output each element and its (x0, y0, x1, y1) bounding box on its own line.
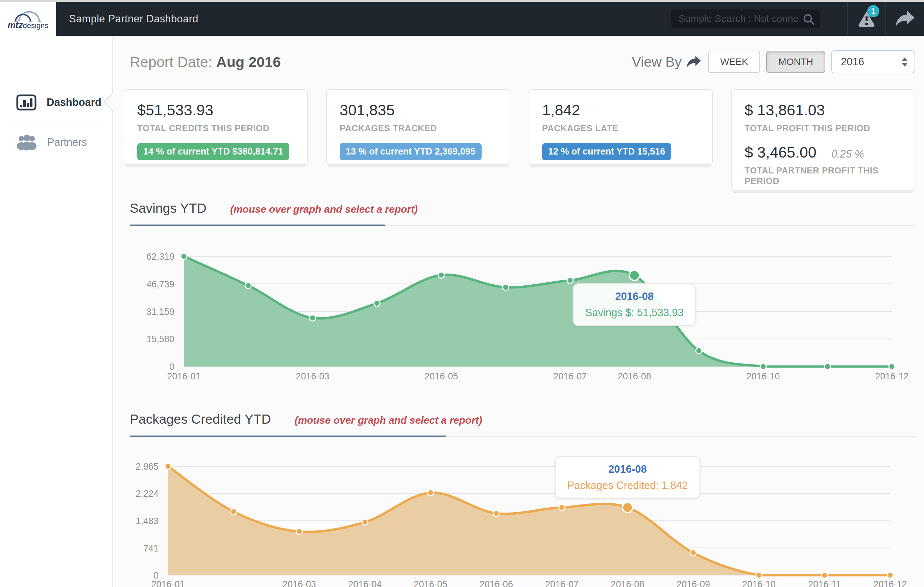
card-label: PACKAGES TRACKED (340, 123, 497, 134)
sidebar-item-partners[interactable]: Partners (0, 122, 112, 162)
view-by-label: View By (632, 54, 702, 70)
alert-count-badge: 1 (867, 5, 879, 17)
section-underline (130, 436, 917, 437)
tooltip-date: 2016-08 (585, 291, 684, 303)
card-value: $51,533.93 (137, 101, 294, 119)
select-caret-icon (902, 58, 908, 67)
sidebar-item-dashboard[interactable]: Dashboard (0, 83, 112, 122)
svg-text:2016-06: 2016-06 (480, 579, 513, 587)
share-button[interactable] (886, 2, 924, 36)
card-packages-tracked: 301,835 PACKAGES TRACKED 13 % of current… (326, 89, 510, 165)
card-value: 1,842 (542, 101, 699, 119)
svg-text:2016-08: 2016-08 (611, 579, 644, 587)
svg-text:15,580: 15,580 (146, 334, 174, 344)
section-title: Savings YTD (130, 201, 206, 216)
section-note: (mouse over graph and select a report) (295, 415, 482, 426)
tooltip-value: Packages Credited: 1,842 (568, 480, 688, 492)
section-note: (mouse over graph and select a report) (230, 203, 418, 215)
sidebar-item-label: Partners (47, 136, 87, 149)
card-total-profit: $ 13,861.03 TOTAL PROFIT THIS PERIOD $ 3… (731, 89, 915, 191)
profit-label: TOTAL PROFIT THIS PERIOD (744, 123, 902, 134)
savings-ytd-section: Savings YTD (mouse over graph and select… (124, 201, 915, 385)
svg-text:2016-12: 2016-12 (873, 579, 907, 587)
card-total-credits: $51,533.93 TOTAL CREDITS THIS PERIOD 14 … (124, 89, 308, 165)
ytd-badge: 14 % of current YTD $380,814.71 (137, 143, 289, 160)
sidebar-item-label: Dashboard (47, 96, 101, 109)
svg-text:2016-01: 2016-01 (151, 579, 185, 587)
tooltip-value: Savings $: 51,533.93 (585, 307, 684, 319)
svg-text:2016-05: 2016-05 (414, 579, 447, 587)
partner-profit-percent: 0.25 % (832, 148, 864, 160)
card-value: 301,835 (340, 101, 497, 119)
partner-profit-label: TOTAL PARTNER PROFIT THIS PERIOD (744, 165, 902, 186)
tooltip-date: 2016-08 (568, 463, 688, 475)
ytd-badge: 12 % of current YTD 15,516 (542, 143, 671, 160)
profit-value: $ 13,861.03 (744, 101, 902, 119)
svg-text:2016-11: 2016-11 (808, 579, 841, 587)
svg-text:2,965: 2,965 (135, 461, 158, 472)
svg-text:2016-08: 2016-08 (618, 371, 651, 381)
svg-text:2016-09: 2016-09 (676, 579, 710, 587)
stat-cards-row: $51,533.93 TOTAL CREDITS THIS PERIOD 14 … (124, 89, 915, 191)
search-input[interactable] (671, 10, 820, 28)
svg-text:2016-07: 2016-07 (545, 579, 579, 587)
card-label: TOTAL CREDITS THIS PERIOD (137, 123, 294, 134)
app-title: Sample Partner Dashboard (69, 13, 198, 25)
svg-text:1,483: 1,483 (135, 516, 158, 526)
report-date: Report Date: Aug 2016 (130, 54, 281, 70)
dashboard-chart-icon (16, 94, 36, 111)
savings-ytd-chart[interactable]: 015,58031,15946,73962,3192016-012016-032… (130, 245, 917, 385)
svg-text:741: 741 (143, 543, 158, 554)
packages-credited-chart[interactable]: 07411,4832,2242,9652016-012016-032016-04… (130, 456, 917, 587)
logo-text: mtzdesigns (8, 20, 49, 30)
year-select-value: 2016 (841, 56, 864, 68)
svg-text:2,224: 2,224 (135, 489, 158, 499)
svg-text:31,159: 31,159 (146, 307, 174, 317)
svg-text:46,739: 46,739 (146, 279, 174, 289)
section-title: Packages Credited YTD (130, 412, 271, 427)
svg-text:62,319: 62,319 (146, 251, 174, 262)
svg-text:2016-10: 2016-10 (742, 579, 776, 587)
svg-text:2016-01: 2016-01 (167, 371, 200, 381)
packages-credited-section: Packages Credited YTD (mouse over graph … (124, 412, 915, 587)
year-select[interactable]: 2016 (832, 50, 915, 73)
ytd-badge: 13 % of current YTD 2,369,095 (340, 143, 482, 160)
chart-tooltip: 2016-08 Savings $: 51,533.93 (573, 283, 696, 326)
partners-users-icon (16, 134, 37, 150)
svg-text:2016-10: 2016-10 (747, 371, 780, 381)
svg-text:0: 0 (169, 362, 174, 372)
main-content: Report Date: Aug 2016 View By WEEK MONTH… (112, 36, 924, 587)
partner-profit-value: $ 3,465.00 (744, 144, 817, 161)
svg-text:2016-12: 2016-12 (875, 371, 908, 381)
svg-text:2016-07: 2016-07 (553, 371, 587, 381)
svg-text:2016-03: 2016-03 (282, 579, 316, 587)
svg-text:2016-03: 2016-03 (296, 371, 329, 381)
report-date-value: Aug 2016 (216, 54, 281, 70)
alerts-button[interactable]: 1 (848, 2, 886, 36)
card-packages-late: 1,842 PACKAGES LATE 12 % of current YTD … (529, 89, 713, 165)
search-icon (802, 13, 815, 27)
month-button[interactable]: MONTH (766, 51, 825, 73)
section-underline (130, 225, 917, 226)
card-label: PACKAGES LATE (542, 123, 699, 134)
view-by-arrow-icon (686, 55, 702, 69)
share-arrow-icon (894, 10, 916, 28)
sidebar: Dashboard Partners (0, 36, 112, 587)
chart-tooltip: 2016-08 Packages Credited: 1,842 (555, 456, 701, 499)
svg-text:2016-05: 2016-05 (424, 371, 458, 381)
top-bar: mtzdesigns Sample Partner Dashboard 1 (0, 0, 924, 36)
svg-text:2016-04: 2016-04 (348, 579, 381, 587)
logo[interactable]: mtzdesigns (0, 2, 56, 36)
week-button[interactable]: WEEK (708, 51, 760, 73)
